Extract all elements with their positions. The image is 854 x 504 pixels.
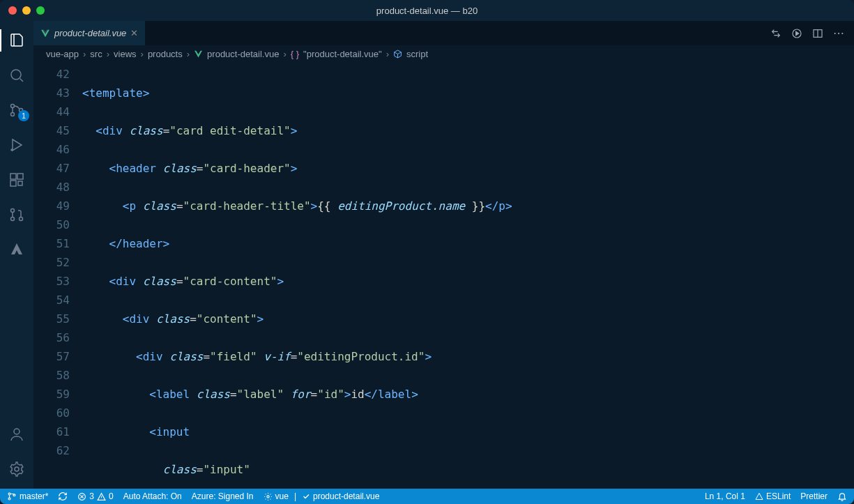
code-content[interactable]: <template> <div class="card edit-detail"… bbox=[82, 65, 854, 489]
breadcrumb-item[interactable]: product-detail.vue bbox=[207, 49, 279, 59]
breadcrumb[interactable]: vue-app › src › views › products › produ… bbox=[33, 45, 854, 62]
explorer-icon[interactable] bbox=[0, 26, 33, 54]
run-file-icon[interactable] bbox=[791, 28, 802, 39]
chevron-right-icon: › bbox=[283, 49, 286, 59]
source-control-icon[interactable]: 1 bbox=[0, 96, 33, 124]
vue-file-icon bbox=[194, 49, 203, 59]
search-icon[interactable] bbox=[0, 61, 33, 89]
breadcrumb-item[interactable]: views bbox=[114, 49, 137, 59]
chevron-right-icon: › bbox=[187, 49, 190, 59]
svg-point-16 bbox=[8, 493, 10, 495]
account-icon[interactable] bbox=[0, 420, 33, 448]
tab-label: product-detail.vue bbox=[54, 28, 126, 38]
line-number-gutter: 4243444546474849505152535455565758596061… bbox=[33, 65, 82, 489]
window-titlebar: product-detail.vue — b20 bbox=[0, 0, 854, 21]
window-minimize-button[interactable] bbox=[22, 6, 31, 15]
status-bar: master* 3 0 Auto Attach: On Azure: Signe… bbox=[0, 489, 854, 504]
chevron-right-icon: › bbox=[386, 49, 389, 59]
breadcrumb-item[interactable]: src bbox=[90, 49, 102, 59]
chevron-right-icon: › bbox=[141, 49, 144, 59]
chevron-right-icon: › bbox=[83, 49, 86, 59]
pull-request-icon[interactable] bbox=[0, 201, 33, 229]
svg-point-10 bbox=[11, 217, 15, 221]
extensions-icon[interactable] bbox=[0, 166, 33, 194]
settings-gear-icon[interactable] bbox=[0, 455, 33, 483]
svg-point-13 bbox=[15, 467, 19, 471]
chevron-right-icon: › bbox=[107, 49, 109, 59]
prettier-status[interactable]: Prettier bbox=[800, 491, 828, 501]
window-title: product-detail.vue — b20 bbox=[376, 6, 478, 16]
breadcrumb-item[interactable]: "product-detail.vue" bbox=[303, 49, 382, 59]
svg-point-12 bbox=[14, 429, 20, 434]
svg-point-17 bbox=[8, 498, 10, 500]
svg-rect-6 bbox=[17, 174, 23, 179]
more-actions-icon[interactable]: ⋯ bbox=[833, 26, 844, 40]
autoattach-status[interactable]: Auto Attach: On bbox=[123, 491, 182, 501]
breadcrumb-item[interactable]: script bbox=[406, 49, 428, 59]
svg-point-0 bbox=[11, 70, 21, 79]
tab-close-icon[interactable]: ✕ bbox=[130, 28, 138, 38]
compare-changes-icon[interactable] bbox=[770, 28, 781, 39]
problems-status[interactable]: 3 0 bbox=[77, 491, 113, 501]
notifications-bell-icon[interactable] bbox=[837, 491, 847, 501]
svg-rect-5 bbox=[10, 174, 16, 179]
source-control-badge: 1 bbox=[18, 110, 29, 121]
azure-icon[interactable] bbox=[0, 236, 33, 264]
svg-point-11 bbox=[20, 217, 23, 221]
json-braces-icon: { } bbox=[291, 49, 299, 59]
vue-file-icon bbox=[40, 29, 50, 38]
svg-point-2 bbox=[11, 113, 15, 116]
language-mode-status[interactable]: vue | product-detail.vue bbox=[264, 491, 380, 501]
cursor-position-status[interactable]: Ln 1, Col 1 bbox=[705, 491, 745, 501]
svg-rect-8 bbox=[18, 181, 22, 185]
breadcrumb-item[interactable]: vue-app bbox=[46, 49, 79, 59]
window-close-button[interactable] bbox=[8, 6, 17, 15]
svg-rect-7 bbox=[10, 181, 16, 186]
svg-point-9 bbox=[11, 209, 15, 213]
eslint-status[interactable]: ESLint bbox=[755, 491, 791, 501]
split-editor-icon[interactable] bbox=[812, 28, 823, 39]
svg-point-1 bbox=[11, 105, 15, 108]
tabs-row: product-detail.vue ✕ ⋯ bbox=[33, 21, 854, 45]
tab-product-detail[interactable]: product-detail.vue ✕ bbox=[33, 21, 146, 45]
code-editor[interactable]: 4243444546474849505152535455565758596061… bbox=[33, 62, 854, 489]
cube-icon bbox=[393, 49, 402, 59]
svg-point-4 bbox=[11, 149, 13, 151]
sync-icon[interactable] bbox=[58, 491, 68, 501]
svg-point-20 bbox=[266, 495, 268, 497]
activity-bar: 1 bbox=[0, 21, 33, 489]
azure-status[interactable]: Azure: Signed In bbox=[192, 491, 254, 501]
git-branch-status[interactable]: master* bbox=[7, 491, 48, 501]
breadcrumb-item[interactable]: products bbox=[148, 49, 183, 59]
run-debug-icon[interactable] bbox=[0, 131, 33, 159]
window-zoom-button[interactable] bbox=[36, 6, 45, 15]
